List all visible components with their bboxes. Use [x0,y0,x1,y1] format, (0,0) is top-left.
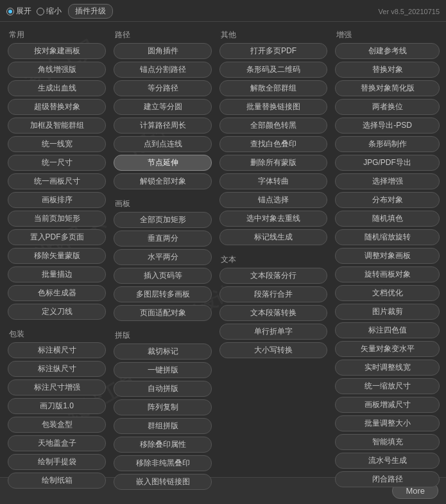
btn-packaging-5[interactable]: 天地盖盒子 [8,435,106,451]
plugin-upgrade-button[interactable]: 插件升级 [68,4,113,19]
btn-artboard-1[interactable]: 垂直两分 [114,230,212,247]
btn-enhance-16[interactable]: 矢量对象变水平 [335,341,440,357]
btn-other-6[interactable]: 删除所有蒙版 [219,155,327,171]
btn-text-4[interactable]: 大小写转换 [219,342,327,358]
section-enhance: 增强 创建参考线替换对象替换对象简化版两者换位选择导出-PSD条形码制作JPG/… [331,26,443,489]
btn-path-7[interactable]: 解锁全部对象 [114,173,212,189]
btn-path-6[interactable]: 节点延伸 [114,155,212,171]
btn-other-4[interactable]: 全部颜色转黑 [219,117,327,134]
btn-enhance-21[interactable]: 智能填充 [335,434,440,450]
btn-enhance-9[interactable]: 随机填色 [335,211,440,227]
btn-packaging-2[interactable]: 标注尺寸增强 [8,379,106,395]
btn-path-1[interactable]: 锚点分割路径 [114,62,212,78]
btn-common-13[interactable]: 色标生成器 [8,285,106,301]
btn-enhance-8[interactable]: 分布对象 [335,192,440,208]
btn-common-5[interactable]: 统一线宽 [8,136,106,152]
btn-typeset-6[interactable]: 移除非纯黑叠印 [114,455,212,471]
btn-enhance-5[interactable]: 条形码制作 [335,136,440,152]
btn-packaging-4[interactable]: 包装盒型 [8,417,106,433]
expand-radio[interactable]: 展开 [6,6,31,17]
btn-path-3[interactable]: 建立等分圆 [114,99,212,115]
btn-enhance-23[interactable]: 闭合路径 [335,471,440,487]
radio-group: 展开 缩小 [6,6,62,17]
shrink-radio[interactable]: 缩小 [37,6,62,17]
btn-other-7[interactable]: 字体转曲 [219,173,327,189]
section-packaging-title: 包装 [8,326,106,342]
btn-artboard-0[interactable]: 全部页加矩形 [114,212,212,228]
btn-typeset-4[interactable]: 群组拼版 [114,418,212,434]
btn-enhance-11[interactable]: 调整对象画板 [335,248,440,264]
btn-path-4[interactable]: 计算路径周长 [114,117,212,134]
btn-artboard-5[interactable]: 页面适配对象 [114,305,212,321]
btn-other-10[interactable]: 标记线生成 [219,229,327,245]
btn-common-3[interactable]: 超级替换对象 [8,99,106,115]
btn-enhance-6[interactable]: JPG/PDF导出 [335,155,440,171]
btn-typeset-1[interactable]: 一键拼版 [114,362,212,378]
btn-enhance-14[interactable]: 图片裁剪 [335,304,440,320]
btn-other-2[interactable]: 解散全部群组 [219,80,327,96]
btn-common-6[interactable]: 统一尺寸 [8,155,106,171]
btn-common-14[interactable]: 定义刀线 [8,304,106,320]
btn-packaging-7[interactable]: 绘制纸箱 [8,473,106,489]
btn-common-0[interactable]: 按对象建画板 [8,43,106,59]
btn-enhance-1[interactable]: 替换对象 [335,62,440,78]
btn-common-12[interactable]: 批量描边 [8,266,106,282]
btn-other-0[interactable]: 打开多页PDF [219,43,327,59]
btn-other-5[interactable]: 查找白色叠印 [219,136,327,152]
btn-packaging-1[interactable]: 标注纵尺寸 [8,361,106,377]
btn-packaging-0[interactable]: 标注横尺寸 [8,342,106,358]
btn-text-2[interactable]: 文本段落转换 [219,305,327,321]
main-content: 常用 按对象建画板角线增强版生成出血线超级替换对象加框及智能群组统一线宽统一尺寸… [0,22,446,495]
btn-enhance-18[interactable]: 统一缩放尺寸 [335,378,440,394]
section-typeset: 拼版 裁切标记一键拼版自动拼版阵列复制群组拼版移除叠印属性移除非纯黑叠印嵌入图转… [110,326,216,491]
btn-text-0[interactable]: 文本段落分行 [219,268,327,284]
btn-path-2[interactable]: 等分路径 [114,80,212,96]
btn-enhance-12[interactable]: 旋转画板对象 [335,266,440,282]
btn-enhance-7[interactable]: 选择增强 [335,173,440,189]
btn-path-0[interactable]: 圆角插件 [114,43,212,59]
btn-common-4[interactable]: 加框及智能群组 [8,117,106,134]
btn-typeset-3[interactable]: 阵列复制 [114,399,212,415]
btn-other-1[interactable]: 条形码及二维码 [219,62,327,78]
section-text: 文本 文本段落分行段落行合并文本段落转换单行折单字大小写转换 [216,250,331,360]
btn-enhance-2[interactable]: 替换对象简化版 [335,80,440,96]
btn-text-1[interactable]: 段落行合并 [219,286,327,302]
section-artboard: 画板 全部页加矩形垂直两分水平两分插入页码等多图层转多画板页面适配对象 [110,195,216,322]
btn-common-8[interactable]: 画板排序 [8,192,106,208]
btn-artboard-2[interactable]: 水平两分 [114,249,212,265]
btn-common-11[interactable]: 移除矢量蒙版 [8,248,106,264]
btn-other-8[interactable]: 锚点选择 [219,192,327,208]
btn-other-3[interactable]: 批量替换链接图 [219,99,327,115]
btn-enhance-22[interactable]: 流水号生成 [335,453,440,469]
btn-other-9[interactable]: 选中对象去重线 [219,211,327,227]
btn-enhance-10[interactable]: 随机缩放旋转 [335,229,440,245]
section-other: 其他 打开多页PDF条形码及二维码解散全部群组批量替换链接图全部颜色转黑查找白色… [216,26,331,247]
btn-enhance-13[interactable]: 文档优化 [335,285,440,301]
section-text-title: 文本 [219,252,327,268]
btn-packaging-3[interactable]: 画刀版1.0 [8,398,106,414]
btn-enhance-4[interactable]: 选择导出-PSD [335,117,440,134]
btn-enhance-0[interactable]: 创建参考线 [335,43,440,59]
btn-typeset-5[interactable]: 移除叠印属性 [114,437,212,453]
btn-common-10[interactable]: 置入PDF多页面 [8,229,106,245]
btn-typeset-0[interactable]: 裁切标记 [114,343,212,360]
btn-typeset-2[interactable]: 自动拼版 [114,381,212,397]
btn-enhance-15[interactable]: 标注四色值 [335,322,440,338]
btn-common-1[interactable]: 角线增强版 [8,62,106,78]
btn-common-9[interactable]: 当前页加矩形 [8,211,106,227]
btn-artboard-4[interactable]: 多图层转多画板 [114,286,212,302]
btn-packaging-6[interactable]: 绘制手提袋 [8,454,106,470]
btn-artboard-3[interactable]: 插入页码等 [114,268,212,284]
btn-enhance-19[interactable]: 画板增减尺寸 [335,397,440,413]
btn-text-3[interactable]: 单行折单字 [219,324,327,340]
btn-enhance-3[interactable]: 两者换位 [335,99,440,115]
section-enhance-title: 增强 [335,27,440,43]
btn-enhance-17[interactable]: 实时调整线宽 [335,360,440,376]
btn-common-2[interactable]: 生成出血线 [8,80,106,96]
btn-typeset-7[interactable]: 嵌入图转链接图 [114,474,212,490]
section-artboard-title: 画板 [114,196,212,212]
column-2: 路径 圆角插件锚点分割路径等分路径建立等分圆计算路径周长点到点连线节点延伸解锁全… [110,26,216,491]
btn-enhance-20[interactable]: 批量调整大小 [335,415,440,431]
btn-path-5[interactable]: 点到点连线 [114,136,212,152]
btn-common-7[interactable]: 统一画板尺寸 [8,173,106,189]
